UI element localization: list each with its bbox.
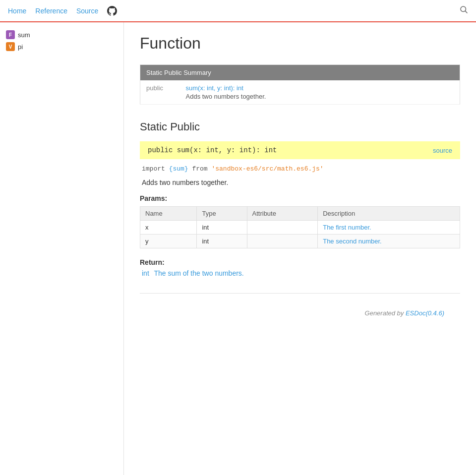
param-x-name: x (140, 221, 197, 235)
nav-source[interactable]: Source (76, 7, 98, 15)
param-y-type: int (197, 235, 247, 248)
return-description: The sum of the two numbers. (154, 269, 243, 277)
col-attribute: Attribute (247, 207, 318, 221)
esdoc-link[interactable]: ESDoc(0.4.6) (406, 309, 444, 317)
params-label: Params: (140, 194, 460, 202)
function-sig-text: public sum(x: int, y: int): int (148, 146, 277, 154)
nav-reference[interactable]: Reference (35, 7, 67, 15)
layout: F sum V pi Function Static Public Summar… (0, 22, 476, 475)
sidebar-label-sum: sum (18, 31, 30, 39)
page-title: Function (140, 34, 460, 53)
import-line: import {sum} from 'sandbox-es6/src/math.… (140, 165, 460, 173)
badge-v-pi: V (6, 42, 15, 51)
function-signature-bar: public sum(x: int, y: int): int source (140, 141, 460, 159)
import-keyword: import (142, 165, 169, 173)
col-description: Description (318, 207, 460, 221)
param-x-description: The first number. (318, 221, 460, 235)
summary-table-heading: Static Public Summary (140, 65, 460, 81)
col-type: Type (197, 207, 247, 221)
summary-modifier: public (140, 80, 180, 105)
section-heading-static-public: Static Public (140, 120, 460, 133)
param-y-name: y (140, 235, 197, 248)
sidebar-item-sum[interactable]: F sum (6, 30, 118, 39)
summary-table: Static Public Summary public sum(x: int,… (140, 64, 460, 105)
return-detail: int The sum of the two numbers. (140, 269, 460, 277)
source-link[interactable]: source (433, 147, 452, 154)
summary-content: sum(x: int, y: int): int Adds two number… (180, 80, 460, 105)
footer: Generated by ESDoc(0.4.6) (140, 305, 460, 329)
param-y-attribute (247, 235, 318, 248)
svg-point-0 (461, 6, 466, 12)
summary-row: public sum(x: int, y: int): int Adds two… (140, 80, 460, 105)
generated-text: Generated by (365, 309, 404, 317)
param-x-type: int (197, 221, 247, 235)
col-name: Name (140, 207, 197, 221)
param-x-attribute (247, 221, 318, 235)
nav-home[interactable]: Home (8, 7, 26, 15)
import-path: 'sandbox-es6/src/math.es6.js' (211, 165, 323, 173)
import-from: from (188, 165, 212, 173)
param-y-description: The second number. (318, 235, 460, 248)
param-row-x: x int The first number. (140, 221, 460, 235)
section-divider (140, 293, 460, 294)
main-content: Function Static Public Summary public su… (124, 22, 476, 475)
badge-f-sum: F (6, 30, 15, 39)
header: Home Reference Source (0, 0, 476, 22)
params-table: Name Type Attribute Description x int Th… (140, 206, 460, 248)
summary-signature-link[interactable]: sum(x: int, y: int): int (186, 84, 243, 92)
summary-description: Adds two numbers together. (186, 93, 454, 100)
sidebar-label-pi: pi (18, 43, 23, 51)
function-detail: public sum(x: int, y: int): int source i… (140, 141, 460, 277)
search-icon[interactable] (459, 5, 468, 16)
function-description: Adds two numbers together. (140, 178, 460, 186)
github-icon[interactable] (107, 6, 117, 16)
svg-line-1 (465, 11, 467, 13)
param-row-y: y int The second number. (140, 235, 460, 248)
sidebar: F sum V pi (0, 22, 124, 475)
return-type: int (142, 269, 149, 277)
sidebar-item-pi[interactable]: V pi (6, 42, 118, 51)
return-label: Return: (140, 258, 460, 266)
import-brace: {sum} (169, 165, 188, 173)
